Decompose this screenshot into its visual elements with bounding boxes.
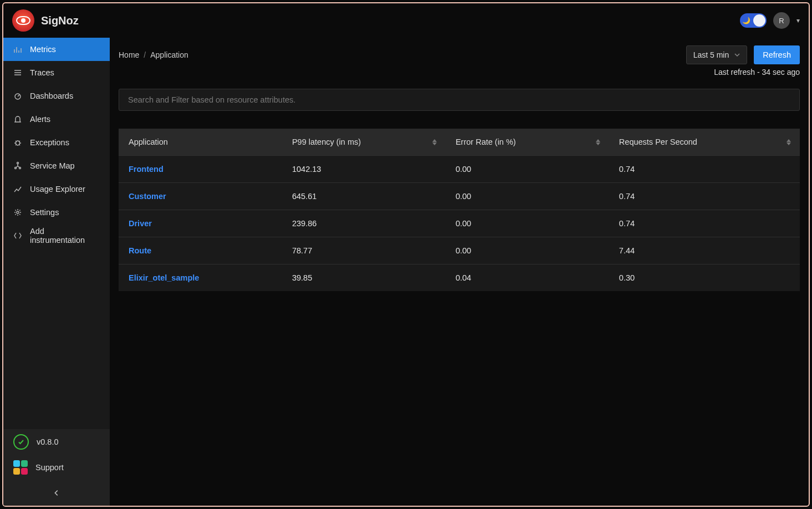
cell-p99: 78.77 bbox=[282, 237, 446, 264]
sidebar: Metrics Traces Dashboards bbox=[3, 38, 110, 506]
brand-name: SigNoz bbox=[41, 14, 79, 27]
sidebar-item-metrics[interactable]: Metrics bbox=[3, 38, 110, 61]
bar-chart-icon bbox=[13, 45, 22, 54]
col-p99-latency[interactable]: P99 latency (in ms) bbox=[282, 129, 446, 156]
time-range-select[interactable]: Last 5 min bbox=[686, 45, 748, 64]
app-link[interactable]: Frontend bbox=[129, 165, 164, 174]
toggle-knob bbox=[753, 14, 765, 27]
sidebar-support[interactable]: Support bbox=[3, 455, 110, 480]
cell-error: 0.00 bbox=[446, 183, 609, 210]
sidebar-item-label: Metrics bbox=[30, 45, 56, 54]
cell-rps: 7.44 bbox=[609, 237, 800, 264]
table-row: Frontend1042.130.000.74 bbox=[119, 156, 800, 183]
cell-p99: 39.85 bbox=[282, 264, 446, 292]
col-application[interactable]: Application bbox=[119, 129, 282, 156]
sidebar-item-label: Traces bbox=[30, 68, 54, 77]
check-circle-icon bbox=[13, 434, 29, 450]
sidebar-item-label: Exceptions bbox=[30, 138, 69, 147]
cell-error: 0.04 bbox=[446, 264, 609, 292]
cell-rps: 0.74 bbox=[609, 210, 800, 237]
cell-error: 0.00 bbox=[446, 156, 609, 183]
deployment-icon bbox=[13, 161, 22, 170]
table-row: Elixir_otel_sample39.850.040.30 bbox=[119, 264, 800, 292]
svg-point-0 bbox=[15, 94, 21, 99]
search-input[interactable] bbox=[127, 95, 791, 105]
sidebar-item-label: Usage Explorer bbox=[30, 185, 85, 194]
sidebar-item-add-instrumentation[interactable]: Add instrumentation bbox=[3, 224, 110, 247]
bug-icon bbox=[13, 138, 22, 147]
chevron-down-icon bbox=[734, 52, 740, 58]
gear-icon bbox=[13, 208, 22, 217]
breadcrumb-sep: / bbox=[144, 50, 146, 59]
signoz-logo bbox=[12, 9, 34, 32]
api-icon bbox=[13, 231, 22, 240]
bell-icon bbox=[13, 115, 22, 124]
sidebar-item-label: Add instrumentation bbox=[30, 227, 100, 245]
sidebar-item-label: Service Map bbox=[30, 161, 75, 170]
chevron-left-icon bbox=[53, 489, 60, 497]
sidebar-item-dashboards[interactable]: Dashboards bbox=[3, 84, 110, 108]
sidebar-item-label: Settings bbox=[30, 208, 59, 217]
user-avatar[interactable]: R bbox=[773, 12, 790, 29]
dashboard-icon bbox=[13, 91, 22, 100]
cell-p99: 239.86 bbox=[282, 210, 446, 237]
topbar: SigNoz 🌙 R ▾ bbox=[3, 3, 809, 38]
sidebar-item-service-map[interactable]: Service Map bbox=[3, 154, 110, 177]
sidebar-item-usage-explorer[interactable]: Usage Explorer bbox=[3, 177, 110, 201]
sidebar-item-label: Dashboards bbox=[30, 91, 73, 100]
app-link[interactable]: Route bbox=[129, 246, 151, 255]
last-refresh-text: Last refresh - 34 sec ago bbox=[119, 68, 800, 77]
table-row: Route78.770.007.44 bbox=[119, 237, 800, 264]
sidebar-item-settings[interactable]: Settings bbox=[3, 201, 110, 224]
breadcrumb: Home / Application bbox=[119, 50, 188, 59]
line-chart-icon bbox=[13, 185, 22, 194]
sort-icon bbox=[785, 138, 792, 146]
applications-table: Application P99 latency (in ms) Error Ra… bbox=[119, 129, 800, 291]
svg-point-5 bbox=[17, 211, 19, 213]
sidebar-item-exceptions[interactable]: Exceptions bbox=[3, 131, 110, 154]
sidebar-item-alerts[interactable]: Alerts bbox=[3, 108, 110, 131]
col-error-rate[interactable]: Error Rate (in %) bbox=[446, 129, 609, 156]
moon-icon: 🌙 bbox=[742, 17, 750, 24]
cell-p99: 1042.13 bbox=[282, 156, 446, 183]
app-link[interactable]: Elixir_otel_sample bbox=[129, 273, 199, 282]
main-content: Home / Application Last 5 min Refresh La… bbox=[110, 38, 809, 506]
sort-icon bbox=[431, 138, 438, 146]
time-range-value: Last 5 min bbox=[693, 50, 729, 59]
caret-down-icon[interactable]: ▾ bbox=[796, 17, 800, 24]
sidebar-version[interactable]: v0.8.0 bbox=[3, 429, 110, 455]
svg-point-2 bbox=[17, 162, 19, 164]
support-label: Support bbox=[35, 463, 64, 472]
refresh-button[interactable]: Refresh bbox=[754, 45, 800, 64]
app-link[interactable]: Driver bbox=[129, 219, 152, 228]
slack-icon bbox=[13, 460, 28, 475]
cell-p99: 645.61 bbox=[282, 183, 446, 210]
cell-rps: 0.74 bbox=[609, 183, 800, 210]
menu-icon bbox=[13, 68, 22, 77]
sidebar-item-label: Alerts bbox=[30, 115, 50, 124]
breadcrumb-home[interactable]: Home bbox=[119, 50, 139, 59]
sidebar-item-traces[interactable]: Traces bbox=[3, 61, 110, 84]
cell-error: 0.00 bbox=[446, 237, 609, 264]
version-label: v0.8.0 bbox=[37, 437, 59, 446]
theme-toggle[interactable]: 🌙 bbox=[740, 13, 767, 28]
search-box[interactable] bbox=[119, 89, 800, 111]
table-row: Driver239.860.000.74 bbox=[119, 210, 800, 237]
cell-error: 0.00 bbox=[446, 210, 609, 237]
sort-icon bbox=[595, 138, 601, 146]
col-requests-per-second[interactable]: Requests Per Second bbox=[609, 129, 800, 156]
cell-rps: 0.74 bbox=[609, 156, 800, 183]
sidebar-collapse[interactable] bbox=[3, 480, 110, 506]
app-link[interactable]: Customer bbox=[129, 192, 166, 201]
cell-rps: 0.30 bbox=[609, 264, 800, 292]
table-row: Customer645.610.000.74 bbox=[119, 183, 800, 210]
breadcrumb-current: Application bbox=[150, 50, 188, 59]
sidebar-nav: Metrics Traces Dashboards bbox=[3, 38, 110, 247]
